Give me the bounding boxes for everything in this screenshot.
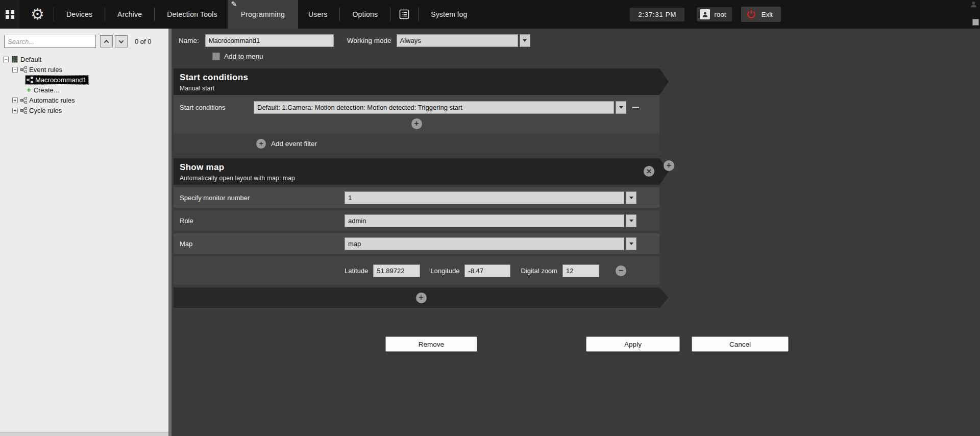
exit-label: Exit <box>761 11 773 18</box>
menu-options[interactable]: Options <box>342 0 388 29</box>
tree-item-label: Automatic rules <box>29 96 75 104</box>
menu-devices[interactable]: Devices <box>56 0 103 29</box>
section-title: Show map <box>180 162 669 173</box>
remove-map-params-button[interactable] <box>616 265 626 276</box>
add-action-row-button[interactable] <box>416 293 427 303</box>
digital-zoom-input[interactable] <box>562 264 599 277</box>
latitude-input[interactable] <box>373 264 420 277</box>
section-title: Start conditions <box>180 72 669 83</box>
chevron-up-icon <box>104 39 109 44</box>
rule-branch-icon <box>20 107 27 114</box>
search-prev-button[interactable] <box>100 35 113 47</box>
apps-grid-icon[interactable] <box>0 0 19 29</box>
start-conditions-header: Start conditions Manual start <box>174 68 669 95</box>
user-badge[interactable]: root <box>697 7 732 21</box>
caret-down-icon <box>629 197 633 199</box>
name-label: Name: <box>179 37 199 44</box>
role-value: admin <box>348 217 366 225</box>
create-plus-icon <box>27 87 31 93</box>
caret-down-icon <box>619 106 623 109</box>
monitor-number-row: Specify monitor number 1 <box>174 187 659 208</box>
apply-button[interactable]: Apply <box>586 336 680 352</box>
search-row: 0 of 0 <box>0 29 168 53</box>
tree-item-label: Event rules <box>29 66 62 74</box>
selected-tree-item[interactable]: Macrocommand1 <box>26 76 88 84</box>
menu-detection-tools[interactable]: Detection Tools <box>157 0 227 29</box>
expand-expander-icon[interactable] <box>12 108 18 113</box>
collapse-expander-icon[interactable] <box>3 57 9 62</box>
tree-item-automatic-rules[interactable]: Automatic rules <box>2 95 168 105</box>
tree-item-event-rules[interactable]: Event rules <box>2 64 168 75</box>
menu-system-log[interactable]: System log <box>421 0 477 29</box>
settings-gear-icon[interactable]: ⚙ <box>31 0 44 29</box>
menu-programming-label: Programming <box>241 10 285 18</box>
footer-buttons: Remove Apply Cancel <box>172 336 980 352</box>
longitude-label: Longitude <box>430 267 459 275</box>
user-icon <box>700 9 710 19</box>
working-mode-label: Working mode <box>347 37 391 44</box>
section-subtitle: Manual start <box>180 85 669 92</box>
add-action-button[interactable] <box>664 160 674 171</box>
map-coordinates-row: Latitude Longitude Digital zoom <box>174 256 659 285</box>
tree-item-cycle-rules[interactable]: Cycle rules <box>2 105 168 115</box>
start-condition-select[interactable]: Default: 1.Camera: Motion detection: Mot… <box>254 101 614 114</box>
caret-down-icon <box>629 243 633 245</box>
working-mode-select[interactable]: Always <box>397 34 518 47</box>
caret-down-icon <box>629 220 633 222</box>
monitor-number-value: 1 <box>348 194 352 202</box>
map-select[interactable]: map <box>345 237 624 250</box>
add-event-filter-label: Add event filter <box>271 140 317 148</box>
remove-condition-button[interactable] <box>632 107 639 108</box>
map-dropdown-button[interactable] <box>626 237 636 250</box>
working-mode-dropdown-button[interactable] <box>520 34 530 47</box>
monitor-number-select[interactable]: 1 <box>345 191 624 204</box>
expand-expander-icon[interactable] <box>12 98 18 103</box>
show-map-section: Show map Automatically open layout with … <box>174 158 669 308</box>
chevron-down-icon <box>119 38 124 43</box>
monitor-number-dropdown-button[interactable] <box>626 191 636 204</box>
remove-action-button[interactable] <box>644 166 654 177</box>
start-condition-dropdown-button[interactable] <box>616 101 626 114</box>
menu-separator <box>105 8 105 21</box>
tree-item-label: Cycle rules <box>29 107 62 114</box>
section-subtitle: Automatically open layout with map: map <box>180 175 669 182</box>
tree-item-label: Default <box>20 56 41 63</box>
role-dropdown-button[interactable] <box>626 214 636 227</box>
top-menu-bar: ⚙ Devices Archive Detection Tools ✎ Prog… <box>0 0 980 29</box>
menu-programming-active-tab[interactable]: ✎ Programming <box>228 0 298 29</box>
add-to-menu-checkbox[interactable] <box>212 53 220 60</box>
show-map-header: Show map Automatically open layout with … <box>174 158 669 185</box>
search-next-button[interactable] <box>115 35 128 47</box>
start-condition-value: Default: 1.Camera: Motion detection: Mot… <box>257 104 462 111</box>
menu-archive[interactable]: Archive <box>107 0 152 29</box>
clock-display: 2:37:31 PM <box>630 8 684 21</box>
tree-item-macrocommand[interactable]: Macrocommand1 <box>2 75 168 85</box>
add-condition-button[interactable] <box>411 118 422 129</box>
user-name-label: root <box>714 11 726 18</box>
digital-zoom-label: Digital zoom <box>521 267 557 275</box>
macro-name-row: Name: Working mode Always <box>179 33 980 48</box>
add-to-menu-label: Add to menu <box>224 53 263 60</box>
monitor-number-label: Specify monitor number <box>180 194 345 202</box>
corner-panel-handle[interactable] <box>972 19 979 26</box>
rule-branch-icon <box>20 66 27 73</box>
add-event-filter-button[interactable] <box>256 139 266 149</box>
longitude-input[interactable] <box>464 264 510 277</box>
cancel-button[interactable]: Cancel <box>692 336 789 352</box>
tree-item-create[interactable]: Create... <box>2 85 168 95</box>
exit-button[interactable]: Exit <box>741 7 781 22</box>
menu-users[interactable]: Users <box>298 0 338 29</box>
search-input[interactable] <box>4 35 96 48</box>
system-log-icon[interactable] <box>399 9 410 20</box>
menu-separator <box>339 8 340 21</box>
role-row: Role admin <box>174 210 659 231</box>
remove-button[interactable]: Remove <box>385 336 477 352</box>
search-counter: 0 of 0 <box>135 38 152 45</box>
tree-item-default[interactable]: Default <box>2 54 168 64</box>
menu-separator <box>390 8 390 21</box>
macro-editor-panel: Name: Working mode Always Add to menu St… <box>168 29 980 436</box>
macro-name-input[interactable] <box>205 34 334 47</box>
add-action-band <box>174 287 669 308</box>
role-select[interactable]: admin <box>345 214 624 227</box>
collapse-expander-icon[interactable] <box>12 67 18 72</box>
